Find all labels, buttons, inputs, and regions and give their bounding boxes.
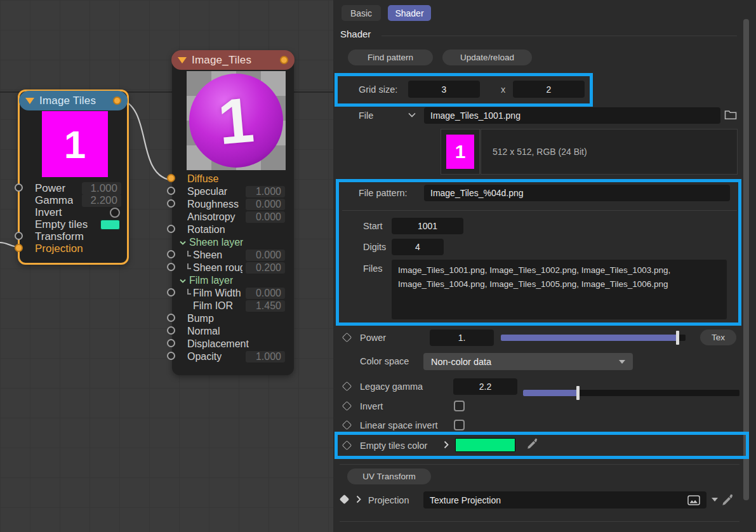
start-label: Start (363, 218, 383, 234)
section-rule (381, 36, 737, 36)
specular-port[interactable] (167, 187, 175, 195)
port-row-film-width: Film Width 0.000 (172, 287, 294, 300)
node-graph-canvas[interactable]: Image Tiles 1 Power 1.000 Gamma 2.200 In… (0, 0, 333, 532)
projection-input[interactable]: Texture Projection (423, 491, 706, 509)
node-image-tiles-material[interactable]: Image_Tiles 1 Diffuse Specular 1.000 Rou… (172, 51, 294, 375)
legacy-gamma-slider-fill (523, 390, 578, 396)
film-width-port[interactable] (167, 288, 175, 296)
preview-digit: 1 (64, 122, 86, 167)
animation-diamond-icon[interactable] (342, 420, 352, 430)
file-pattern-input[interactable]: Image_Tiles_%04d.png (424, 185, 730, 201)
port-row-rotation: Rotation (172, 223, 294, 236)
color-space-value: Non-color data (431, 357, 491, 367)
roughness-port[interactable] (167, 199, 175, 208)
application-window: Image Tiles 1 Power 1.000 Gamma 2.200 In… (0, 0, 756, 532)
linear-space-invert-checkbox[interactable] (454, 420, 465, 430)
node-image-tiles-header[interactable]: Image Tiles (19, 91, 128, 110)
animation-diamond-icon[interactable] (340, 495, 350, 505)
opacity-port[interactable] (167, 352, 175, 360)
gamma-value[interactable]: 2.200 (82, 194, 121, 207)
port-row-sheen-roughness: Sheen roug 0.200 (172, 262, 294, 274)
uv-transform-button[interactable]: UV Transform (347, 469, 431, 484)
sheen-port[interactable] (167, 250, 175, 258)
file-label: File (359, 107, 373, 124)
output-port[interactable] (280, 56, 288, 64)
eyedropper-icon[interactable] (720, 493, 734, 507)
tab-basic[interactable]: Basic (342, 5, 381, 21)
normal-port[interactable] (167, 326, 175, 335)
start-input[interactable]: 1001 (392, 218, 463, 234)
image-icon (687, 495, 700, 505)
diffuse-port[interactable] (167, 174, 175, 182)
node-row-invert: Invert (20, 206, 127, 218)
node-row-power: Power 1.000 (20, 182, 127, 194)
material-sphere-preview: 1 (187, 71, 286, 170)
node-title: Image Tiles (39, 95, 96, 107)
power-value[interactable]: 1.000 (82, 182, 121, 195)
panel-scrollbar[interactable] (743, 19, 749, 500)
eyedropper-icon[interactable] (526, 437, 539, 451)
chevron-down-icon[interactable] (712, 498, 718, 502)
empty-tiles-color-swatch[interactable] (455, 438, 515, 452)
legacy-gamma-slider-handle[interactable] (576, 386, 580, 400)
file-input[interactable]: Image_Tiles_1001.png (424, 107, 720, 124)
projection-input-port[interactable] (15, 244, 23, 252)
thumb-digit: 1 (455, 141, 466, 163)
invert-checkbox[interactable] (454, 401, 465, 411)
chevron-right-icon[interactable] (356, 495, 361, 503)
chevron-right-icon[interactable] (444, 441, 449, 449)
empty-tiles-color-label: Empty tiles color (360, 437, 427, 454)
group-row-sheen-layer[interactable]: Sheen layer (172, 236, 294, 249)
projection-value: Texture Projection (430, 495, 501, 505)
files-list[interactable]: Image_Tiles_1001.png, Image_Tiles_1002.p… (392, 260, 727, 319)
animation-diamond-icon[interactable] (342, 382, 352, 392)
group-rule (342, 210, 737, 211)
child-tick (187, 263, 191, 269)
transform-input-port[interactable] (15, 232, 23, 240)
node-material-header[interactable]: Image_Tiles (171, 50, 295, 70)
animation-diamond-icon[interactable] (342, 401, 352, 411)
port-row-specular: Specular 1.000 (172, 185, 294, 198)
port-row-bump: Bump (172, 312, 294, 325)
port-row-anisotropy: Anisotropy 0.000 (172, 211, 294, 223)
sheen-roughness-port[interactable] (167, 263, 175, 271)
files-label: Files (363, 260, 383, 277)
color-space-select[interactable]: Non-color data (423, 353, 633, 370)
bump-port[interactable] (167, 314, 175, 322)
update-reload-button[interactable]: Update/reload (442, 50, 532, 65)
port-row-film-ior: Film IOR 1.450 (172, 300, 294, 312)
output-port[interactable] (113, 96, 121, 105)
tex-button[interactable]: Tex (700, 329, 736, 345)
grid-size-width-input[interactable]: 3 (408, 81, 480, 98)
grid-size-height-input[interactable]: 2 (513, 81, 585, 98)
legacy-gamma-slider[interactable] (523, 390, 739, 396)
chevron-down-icon[interactable] (408, 112, 416, 117)
legacy-gamma-input[interactable]: 2.2 (453, 378, 517, 395)
empty-tiles-swatch[interactable] (100, 220, 120, 230)
node-image-tiles[interactable]: Image Tiles 1 Power 1.000 Gamma 2.200 In… (18, 90, 129, 265)
power-input[interactable]: 1. (430, 329, 494, 346)
collapse-triangle-icon[interactable] (25, 98, 34, 104)
chevron-down-icon[interactable] (180, 241, 186, 245)
power-input-port[interactable] (15, 183, 23, 192)
file-preview-frame: 1 (441, 129, 480, 175)
power-slider-handle[interactable] (676, 331, 679, 345)
group-row-film-layer[interactable]: Film layer (172, 274, 294, 287)
displacement-port[interactable] (167, 339, 175, 347)
digits-label: Digits (363, 239, 386, 255)
digits-input[interactable]: 4 (392, 239, 444, 255)
grid-size-separator: x (501, 81, 505, 98)
group-rule (340, 464, 739, 465)
animation-diamond-icon[interactable] (342, 333, 352, 343)
animation-diamond-icon[interactable] (342, 441, 352, 451)
collapse-triangle-icon[interactable] (178, 57, 187, 63)
invert-label: Invert (360, 398, 383, 415)
find-pattern-button[interactable]: Find pattern (348, 50, 433, 65)
invert-toggle[interactable] (110, 208, 120, 218)
rotation-port[interactable] (167, 225, 175, 233)
chevron-down-icon[interactable] (180, 279, 186, 283)
tab-shader[interactable]: Shader (388, 5, 431, 21)
folder-icon[interactable] (724, 109, 737, 120)
power-slider[interactable] (501, 335, 686, 341)
preview-sphere: 1 (189, 74, 283, 168)
